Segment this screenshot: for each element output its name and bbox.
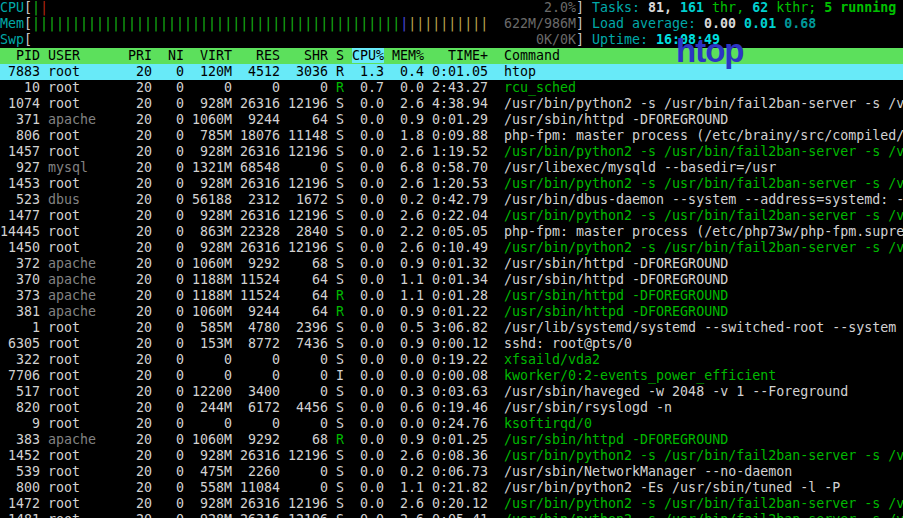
- cell-res: 26316: [232, 144, 280, 160]
- process-row[interactable]: 523dbus2005618823121672S0.00.20:42.79/us…: [0, 192, 903, 208]
- process-row[interactable]: 381apache2001060M924464R0.00.90:01.22/us…: [0, 304, 903, 320]
- column-header-label: SHR: [304, 48, 328, 63]
- column-header-label: Command: [504, 48, 560, 63]
- cell-virt: 1060M: [184, 432, 232, 448]
- swp-meter-value: 0K/0K: [536, 32, 576, 48]
- process-row[interactable]: 1074root200928M2631612196S0.02.64:38.94/…: [0, 96, 903, 112]
- cell-ni: 0: [152, 160, 184, 176]
- cell-virt: 12200: [184, 384, 232, 400]
- column-header-cpu[interactable]: CPU%: [344, 48, 384, 64]
- cell-mem: 0.3: [384, 384, 424, 400]
- process-row[interactable]: 1472root200928M2631612196S0.02.60:20.12/…: [0, 496, 903, 512]
- status-segment: Load average:: [592, 16, 704, 31]
- mem-meter-ticks: ||||||||||||||||||||||||||||||||||||||||…: [32, 16, 488, 31]
- process-row[interactable]: 820root200244M61724456S0.00.60:19.46/usr…: [0, 400, 903, 416]
- process-row[interactable]: 1457root200928M2631612196S0.02.61:19.52/…: [0, 144, 903, 160]
- cell-shr: 11148: [280, 128, 328, 144]
- cell-cmd: php-fpm: master process (/etc/brainy/src…: [504, 128, 903, 144]
- cell-s: S: [336, 336, 344, 352]
- process-row[interactable]: 1481root200928M2631612196S0.02.60:05.41/…: [0, 512, 903, 518]
- cell-user: root: [48, 80, 128, 96]
- process-row[interactable]: 10root200000R0.70.02:43.27rcu_sched: [0, 80, 903, 96]
- cell-time: 0:01.25: [424, 432, 488, 448]
- column-header-time[interactable]: TIME+: [424, 48, 488, 64]
- process-row[interactable]: 806root200785M1807611148S0.01.80:09.88ph…: [0, 128, 903, 144]
- cell-mem: 0.2: [384, 464, 424, 480]
- process-row[interactable]: 7883root200120M45123036R1.30.40:01.05hto…: [0, 64, 903, 80]
- column-header-label: NI: [168, 48, 184, 63]
- cell-pri: 20: [128, 128, 152, 144]
- column-header-pid[interactable]: PID: [0, 48, 40, 64]
- cell-pid: 9: [0, 416, 40, 432]
- status-segment: Tasks:: [592, 0, 648, 15]
- process-row[interactable]: 1477root200928M2631612196S0.02.60:22.04/…: [0, 208, 903, 224]
- cell-s: S: [336, 512, 344, 518]
- column-header-res[interactable]: RES: [232, 48, 280, 64]
- process-row[interactable]: 383apache2001060M929268R0.00.90:01.25/us…: [0, 432, 903, 448]
- column-header-ni[interactable]: NI: [152, 48, 184, 64]
- process-row[interactable]: 6305root200153M87727436S0.00.90:00.12ssh…: [0, 336, 903, 352]
- process-row[interactable]: 1453root200928M2631612196S0.02.61:20.53/…: [0, 176, 903, 192]
- cell-ni: 0: [152, 432, 184, 448]
- cell-time: 0:01.32: [424, 256, 488, 272]
- process-row[interactable]: 14445root200863M223282840S0.02.20:05.05p…: [0, 224, 903, 240]
- cell-res: 8772: [232, 336, 280, 352]
- cell-res: 9244: [232, 304, 280, 320]
- cell-pri: 20: [128, 336, 152, 352]
- cell-pri: 20: [128, 400, 152, 416]
- cell-pri: 20: [128, 304, 152, 320]
- cell-cpu: 0.0: [344, 288, 384, 304]
- column-header-pri[interactable]: PRI: [128, 48, 152, 64]
- column-header-shr[interactable]: SHR: [280, 48, 328, 64]
- cell-s: S: [336, 128, 344, 144]
- status-segment: 0.01: [744, 16, 784, 31]
- process-row[interactable]: 800root200558M110840S0.01.10:21.82/usr/b…: [0, 480, 903, 496]
- open-bracket: [: [24, 0, 32, 16]
- cell-time: 0:42.79: [424, 192, 488, 208]
- process-row[interactable]: 372apache2001060M929268S0.00.90:01.32/us…: [0, 256, 903, 272]
- process-row[interactable]: 373apache2001188M1152464R0.01.10:01.28/u…: [0, 288, 903, 304]
- cell-virt: 1060M: [184, 256, 232, 272]
- cell-time: 0:58.70: [424, 160, 488, 176]
- cell-shr: 12196: [280, 208, 328, 224]
- cell-mem: 2.2: [384, 224, 424, 240]
- cell-time: 0:03.63: [424, 384, 488, 400]
- cell-shr: 4456: [280, 400, 328, 416]
- cell-res: 11084: [232, 480, 280, 496]
- cell-mem: 2.6: [384, 448, 424, 464]
- process-row[interactable]: 1root200585M47802396S0.00.53:06.82/usr/l…: [0, 320, 903, 336]
- process-row[interactable]: 1452root200928M2631612196S0.02.60:08.36/…: [0, 448, 903, 464]
- cell-cmd: /usr/bin/python2 -s /usr/bin/fail2ban-se…: [504, 240, 903, 256]
- cell-cmd: kworker/0:2-events_power_efficient: [504, 368, 903, 384]
- cell-shr: 68: [280, 432, 328, 448]
- process-row[interactable]: 371apache2001060M924464S0.00.90:01.29/us…: [0, 112, 903, 128]
- cell-mem: 0.9: [384, 112, 424, 128]
- cell-ni: 0: [152, 128, 184, 144]
- column-header-virt[interactable]: VIRT: [184, 48, 232, 64]
- cell-virt: 1060M: [184, 304, 232, 320]
- cell-time: 1:19.52: [424, 144, 488, 160]
- process-row[interactable]: 517root2001220034000S0.00.30:03.63/usr/s…: [0, 384, 903, 400]
- process-row[interactable]: 370apache2001188M1152464S0.01.10:01.34/u…: [0, 272, 903, 288]
- column-header-mem[interactable]: MEM%: [384, 48, 424, 64]
- process-row[interactable]: 7706root200000I0.00.00:00.08kworker/0:2-…: [0, 368, 903, 384]
- cell-time: 3:06.82: [424, 320, 488, 336]
- cell-pid: 1477: [0, 208, 40, 224]
- column-header-user[interactable]: USER: [48, 48, 128, 64]
- process-row[interactable]: 322root200000S0.00.00:19.22xfsaild/vda2: [0, 352, 903, 368]
- cell-time: 0:00.12: [424, 336, 488, 352]
- barRed-ticks: |: [40, 0, 48, 15]
- cell-cmd: xfsaild/vda2: [504, 352, 903, 368]
- process-row[interactable]: 539root200475M22600S0.00.20:06.73/usr/sb…: [0, 464, 903, 480]
- cell-res: 26316: [232, 240, 280, 256]
- cell-virt: 558M: [184, 480, 232, 496]
- process-row[interactable]: 927mysql2001321M685480S0.06.80:58.70/usr…: [0, 160, 903, 176]
- cell-cpu: 0.0: [344, 144, 384, 160]
- cell-user: root: [48, 320, 128, 336]
- cell-s: S: [336, 112, 344, 128]
- process-row[interactable]: 9root200000S0.00.00:24.76ksoftirqd/0: [0, 416, 903, 432]
- cell-pri: 20: [128, 352, 152, 368]
- column-header-s[interactable]: S: [336, 48, 344, 64]
- mem-meter-label: Mem: [0, 16, 24, 32]
- process-row[interactable]: 1450root200928M2631612196S0.02.60:10.49/…: [0, 240, 903, 256]
